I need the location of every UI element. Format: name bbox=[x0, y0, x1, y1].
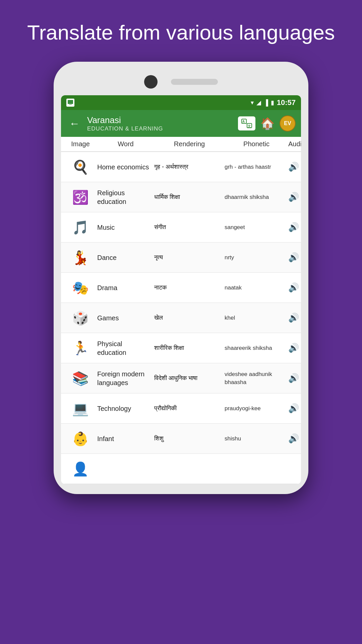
row-image: 👤 bbox=[72, 462, 89, 476]
cell-audio: 🔊 bbox=[288, 401, 301, 416]
cell-image: 💻 bbox=[64, 402, 97, 415]
cell-rendering: प्रौद्योगिकी bbox=[154, 404, 225, 413]
app-status-icon bbox=[66, 99, 74, 107]
col-header-phonetic: Phonetic bbox=[225, 140, 288, 148]
ev-badge[interactable]: EV bbox=[280, 115, 296, 131]
svg-rect-0 bbox=[68, 100, 73, 104]
table-row: 🎭 Drama नाटक naatak 🔊 bbox=[61, 273, 301, 303]
cell-rendering: विदेशी आधुनिक भाषा bbox=[154, 374, 225, 382]
cell-audio: 🔊 bbox=[288, 341, 301, 356]
cell-image: 🎵 bbox=[64, 221, 97, 234]
row-image: 🎲 bbox=[72, 311, 89, 325]
row-image: 💃 bbox=[72, 251, 89, 264]
row-image: 🍳 bbox=[72, 160, 89, 174]
app-bar: ← Varanasi EDUCATION & LEARNING A 文 🏠 bbox=[61, 110, 301, 137]
table-row: 🏃 Physical education शारीरिक शिक्षा shaa… bbox=[61, 333, 301, 363]
audio-speaker-button[interactable]: 🔊 bbox=[288, 222, 299, 232]
cell-word: Religious education bbox=[97, 189, 154, 206]
signal-icon2: ▐ bbox=[264, 99, 268, 106]
cell-image: 👤 bbox=[64, 462, 97, 476]
cell-rendering: धार्मिक शिक्षा bbox=[154, 193, 225, 201]
table-row: 💃 Dance नृत्य nrty 🔊 bbox=[61, 243, 301, 273]
cell-rendering: गृह - अर्थशास्त्र bbox=[154, 163, 225, 171]
status-bar-left bbox=[66, 99, 76, 107]
app-bar-title-main: Varanasi bbox=[87, 115, 233, 125]
row-image: 💻 bbox=[72, 402, 89, 415]
row-image: 👶 bbox=[72, 432, 89, 445]
phone-frame: ▾ ◢ ▐ ▮ 10:57 ← Varanasi EDUCATION & LEA… bbox=[54, 62, 308, 494]
table-row: 🎲 Games खेल khel 🔊 bbox=[61, 303, 301, 333]
app-bar-title: Varanasi EDUCATION & LEARNING bbox=[87, 115, 233, 132]
cell-image: 🍳 bbox=[64, 160, 97, 174]
app-bar-actions: A 文 🏠 EV bbox=[238, 115, 296, 132]
cell-word: Games bbox=[97, 314, 154, 322]
cell-phonetic: praudyogi-kee bbox=[225, 405, 288, 413]
audio-speaker-button[interactable]: 🔊 bbox=[288, 162, 299, 172]
battery-icon: ▮ bbox=[271, 99, 274, 106]
audio-speaker-button[interactable]: 🔊 bbox=[288, 192, 299, 202]
row-image: 🕉️ bbox=[72, 191, 89, 204]
table-body: 🍳 Home economics गृह - अर्थशास्त्र grh -… bbox=[61, 152, 301, 484]
cell-phonetic: shishu bbox=[225, 435, 288, 443]
wifi-icon: ▾ bbox=[251, 99, 254, 106]
cell-image: 🎲 bbox=[64, 311, 97, 325]
cell-rendering: खेल bbox=[154, 314, 225, 322]
col-header-image: Image bbox=[64, 140, 97, 148]
cell-word: Physical education bbox=[97, 339, 154, 357]
cell-rendering: शारीरिक शिक्षा bbox=[154, 344, 225, 352]
home-button[interactable]: 🏠 bbox=[259, 115, 276, 132]
cell-image: 🕉️ bbox=[64, 191, 97, 204]
table-row: 📚 Foreign modern languages विदेशी आधुनिक… bbox=[61, 363, 301, 393]
svg-text:文: 文 bbox=[248, 124, 251, 128]
phone-top bbox=[61, 72, 301, 95]
signal-icon: ◢ bbox=[256, 99, 261, 106]
audio-speaker-button[interactable]: 🔊 bbox=[288, 433, 299, 444]
phone-screen: ▾ ◢ ▐ ▮ 10:57 ← Varanasi EDUCATION & LEA… bbox=[61, 95, 301, 484]
cell-word: Dance bbox=[97, 253, 154, 262]
cell-audio: 🔊 bbox=[288, 160, 301, 174]
table-row: 👤 bbox=[61, 454, 301, 484]
table-row: 💻 Technology प्रौद्योगिकी praudyogi-kee … bbox=[61, 393, 301, 424]
back-button[interactable]: ← bbox=[66, 116, 82, 131]
cell-rendering: नृत्य bbox=[154, 253, 225, 262]
cell-audio: 🔊 bbox=[288, 371, 301, 386]
cell-image: 💃 bbox=[64, 251, 97, 264]
cell-image: 🏃 bbox=[64, 341, 97, 355]
cell-word: Drama bbox=[97, 283, 154, 292]
cell-word: Foreign modern languages bbox=[97, 370, 154, 387]
row-image: 🏃 bbox=[72, 341, 89, 355]
cell-rendering: शिशु bbox=[154, 434, 225, 443]
row-image: 🎭 bbox=[72, 281, 89, 294]
cell-phonetic: shaareerik shiksha bbox=[225, 344, 288, 352]
hero-title: Translate from various languages bbox=[0, 20, 362, 45]
translate-button[interactable]: A 文 bbox=[238, 116, 255, 130]
cell-word: Music bbox=[97, 223, 154, 232]
row-image: 🎵 bbox=[72, 221, 89, 234]
audio-speaker-button[interactable]: 🔊 bbox=[288, 252, 299, 263]
cell-phonetic: nrty bbox=[225, 254, 288, 262]
table-header: Image Word Rendering Phonetic Audio bbox=[61, 137, 301, 152]
audio-speaker-button[interactable]: 🔊 bbox=[288, 343, 299, 353]
cell-phonetic: dhaarmik shiksha bbox=[225, 193, 288, 201]
phone-speaker bbox=[171, 79, 218, 85]
audio-speaker-button[interactable]: 🔊 bbox=[288, 403, 299, 414]
cell-audio: 🔊 bbox=[288, 280, 301, 295]
audio-speaker-button[interactable]: 🔊 bbox=[288, 313, 299, 323]
cell-phonetic: sangeet bbox=[225, 223, 288, 231]
app-bar-title-sub: EDUCATION & LEARNING bbox=[87, 125, 233, 132]
status-icons-right: ▾ ◢ ▐ ▮ 10:57 bbox=[251, 98, 296, 107]
table-row: 🕉️ Religious education धार्मिक शिक्षा dh… bbox=[61, 182, 301, 212]
table-row: 👶 Infant शिशु shishu 🔊 bbox=[61, 424, 301, 454]
cell-image: 🎭 bbox=[64, 281, 97, 294]
cell-phonetic: videshee aadhunik bhaasha bbox=[225, 370, 288, 386]
phone-camera bbox=[144, 75, 158, 89]
cell-audio: 🔊 bbox=[288, 311, 301, 325]
cell-word: Home economics bbox=[97, 163, 154, 171]
cell-phonetic: grh - arthas haastr bbox=[225, 163, 288, 171]
col-header-word: Word bbox=[97, 140, 154, 148]
audio-speaker-button[interactable]: 🔊 bbox=[288, 373, 299, 383]
col-header-rendering: Rendering bbox=[154, 140, 225, 148]
cell-audio: 🔊 bbox=[288, 431, 301, 446]
audio-speaker-button[interactable]: 🔊 bbox=[288, 282, 299, 293]
cell-phonetic: khel bbox=[225, 314, 288, 322]
